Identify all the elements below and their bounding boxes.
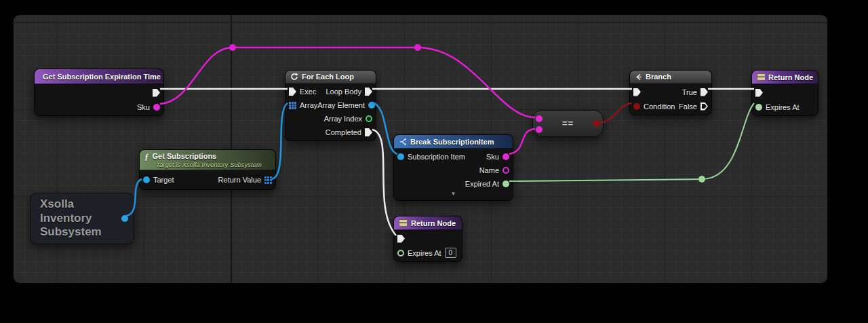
pin-return-value[interactable]: Return Value bbox=[218, 176, 272, 184]
string-pin-icon[interactable] bbox=[536, 115, 542, 122]
pin-exec-in[interactable] bbox=[633, 88, 641, 96]
node-title: Get Subscriptions bbox=[153, 152, 217, 160]
datetime-pin-icon bbox=[755, 104, 762, 111]
string-pin-icon[interactable] bbox=[536, 126, 542, 133]
datetime-pin-icon bbox=[502, 180, 509, 187]
string-pin-icon bbox=[502, 167, 509, 174]
array-pin-icon bbox=[289, 102, 296, 109]
pin-sku-out[interactable]: Sku bbox=[486, 153, 509, 161]
pin-label: Expires At bbox=[408, 249, 441, 257]
pin-exec-in[interactable] bbox=[397, 235, 405, 243]
pin-array-in[interactable]: Array bbox=[289, 101, 317, 109]
node-title: For Each Loop bbox=[302, 73, 354, 81]
pin-array-element[interactable]: Array Element bbox=[317, 101, 375, 109]
node-header[interactable]: Return Node bbox=[752, 71, 818, 84]
bool-pin-icon[interactable] bbox=[593, 120, 600, 127]
pin-label: Loop Body bbox=[326, 88, 361, 96]
pin-label: Subscription Item bbox=[408, 153, 465, 161]
node-header[interactable]: Get Subscription Expiration Time bbox=[35, 69, 163, 84]
string-pin-icon bbox=[153, 104, 160, 111]
object-pin-icon bbox=[368, 102, 375, 109]
pin-target[interactable]: Target bbox=[143, 176, 174, 184]
datetime-pin-icon bbox=[397, 250, 404, 256]
pin-expired-at-out[interactable]: Expired At bbox=[465, 180, 509, 188]
pin-array-index[interactable]: Array Index bbox=[324, 115, 372, 123]
pin-expires-at[interactable]: Expires At 0 bbox=[397, 248, 456, 258]
node-title: Return Node bbox=[768, 73, 813, 81]
node-title: Branch bbox=[646, 73, 671, 81]
pin-label: Array bbox=[300, 101, 317, 109]
pin-completed[interactable]: Completed bbox=[326, 128, 372, 136]
node-header[interactable]: Branch bbox=[630, 71, 711, 83]
pin-label: Expired At bbox=[465, 180, 499, 188]
pin-false[interactable]: False bbox=[679, 102, 708, 111]
pin-label: Exec bbox=[300, 88, 316, 96]
expires-at-value-input[interactable]: 0 bbox=[445, 248, 457, 258]
grid-origin-horizontal bbox=[14, 22, 827, 23]
function-result-icon bbox=[399, 219, 408, 227]
pure-function-icon: ƒ bbox=[144, 152, 149, 161]
break-struct-icon bbox=[399, 138, 407, 146]
node-xsolla-inventory-subsystem[interactable]: Xsolla Inventory Subsystem bbox=[30, 193, 134, 244]
object-pin-icon bbox=[397, 153, 404, 160]
loop-icon bbox=[290, 73, 298, 81]
node-get-subscription-expiration-time[interactable]: Get Subscription Expiration Time Sku bbox=[34, 69, 164, 116]
object-pin-icon[interactable] bbox=[121, 215, 128, 222]
object-pin-icon bbox=[143, 176, 150, 183]
collapse-chevron-icon[interactable]: ▼ bbox=[394, 191, 513, 199]
node-header[interactable]: For Each Loop bbox=[285, 71, 376, 83]
pin-label: Return Value bbox=[218, 176, 261, 184]
pin-exec-in[interactable] bbox=[755, 89, 763, 97]
exec-out-pin[interactable] bbox=[153, 89, 160, 97]
node-header[interactable]: Return Node bbox=[394, 216, 462, 230]
pin-label: True bbox=[682, 88, 697, 96]
pin-label: Name bbox=[479, 166, 499, 174]
pin-label: Completed bbox=[326, 128, 361, 136]
node-title: Break SubscriptionItem bbox=[410, 138, 494, 146]
branch-icon bbox=[635, 73, 642, 81]
variable-label: Xsolla Inventory Subsystem bbox=[40, 197, 116, 240]
node-for-each-loop[interactable]: For Each Loop Exec Loop Body Array Array… bbox=[285, 70, 376, 141]
function-result-icon bbox=[757, 73, 765, 81]
string-pin-icon bbox=[502, 153, 509, 160]
node-return-top[interactable]: Return Node Expires At bbox=[751, 70, 818, 116]
pin-label: Sku bbox=[486, 153, 499, 161]
pin-label: Condition bbox=[644, 102, 675, 111]
pin-expires-at[interactable]: Expires At bbox=[755, 103, 800, 111]
bool-pin-icon bbox=[633, 103, 640, 110]
node-break-subscription-item[interactable]: Break SubscriptionItem Subscription Item… bbox=[393, 134, 513, 201]
pin-name-out[interactable]: Name bbox=[479, 166, 509, 174]
pin-label: Target bbox=[153, 176, 174, 184]
node-header-subtitle-band: Target is Xsolla Inventory Subsystem bbox=[140, 161, 275, 170]
node-header[interactable]: Break SubscriptionItem bbox=[394, 135, 513, 149]
operator-label: == bbox=[533, 118, 603, 128]
pin-true[interactable]: True bbox=[682, 88, 708, 96]
node-equals-operator[interactable]: == bbox=[532, 110, 604, 137]
node-get-subscriptions[interactable]: ƒ Get Subscriptions Target is Xsolla Inv… bbox=[139, 149, 276, 190]
pin-label: Array Element bbox=[317, 101, 365, 109]
node-title: Return Node bbox=[411, 219, 456, 227]
pin-label: False bbox=[679, 102, 697, 111]
int-pin-icon bbox=[366, 115, 372, 122]
pin-sku-out[interactable]: Sku bbox=[137, 103, 160, 111]
pin-exec-in[interactable]: Exec bbox=[289, 88, 316, 96]
pin-subscription-item[interactable]: Subscription Item bbox=[397, 153, 465, 161]
node-branch[interactable]: Branch True Condition False bbox=[629, 70, 712, 115]
node-subtitle: Target is Xsolla Inventory Subsystem bbox=[140, 161, 275, 170]
node-return-bottom[interactable]: Return Node Expires At 0 bbox=[393, 216, 462, 262]
node-title: Get Subscription Expiration Time bbox=[43, 73, 161, 81]
pin-loop-body[interactable]: Loop Body bbox=[326, 88, 372, 96]
array-pin-icon bbox=[264, 176, 272, 184]
blueprint-editor-window: Get Subscription Expiration Time Sku For… bbox=[0, 0, 868, 323]
pin-label: Sku bbox=[137, 103, 150, 111]
pin-label: Array Index bbox=[324, 115, 362, 123]
pin-condition[interactable]: Condition bbox=[633, 102, 675, 111]
pin-label: Expires At bbox=[766, 103, 800, 111]
